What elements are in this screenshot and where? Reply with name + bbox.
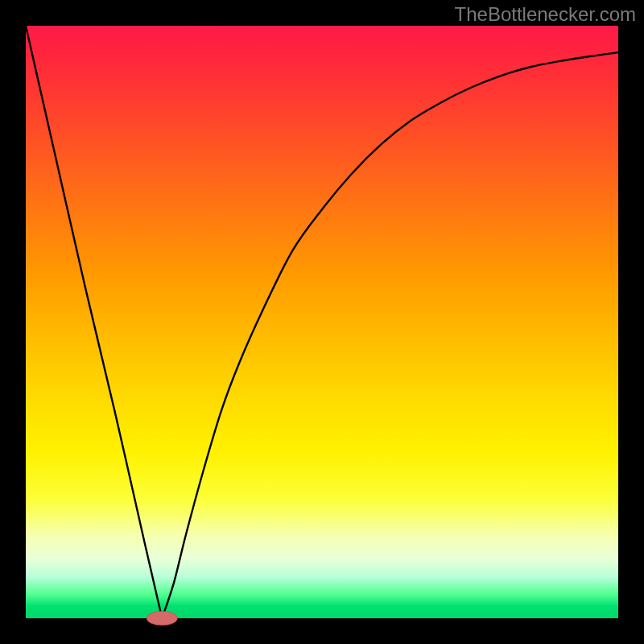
- watermark-text: TheBottlenecker.com: [455, 3, 636, 26]
- plot-area: [26, 26, 618, 618]
- min-marker: [147, 611, 177, 625]
- bottleneck-curve: [26, 26, 618, 618]
- chart-svg: [26, 26, 618, 618]
- chart-frame: TheBottlenecker.com: [0, 0, 644, 644]
